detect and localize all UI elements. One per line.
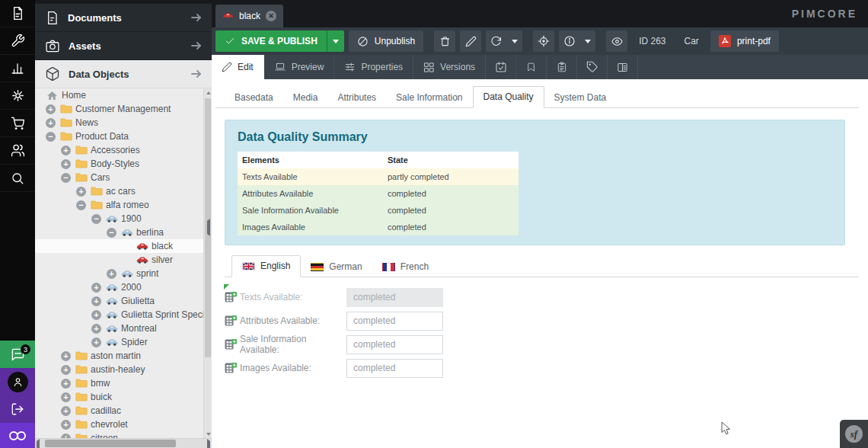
tree-expander-icon[interactable]: [91, 338, 101, 347]
tree-row[interactable]: 2000: [35, 280, 203, 294]
tree-row[interactable]: Customer Management: [35, 102, 203, 116]
tree-row[interactable]: 1900: [35, 212, 203, 226]
tree-expander-icon[interactable]: [61, 392, 71, 402]
tree-expander-icon[interactable]: [46, 104, 56, 114]
data-tab[interactable]: Data Quality: [473, 86, 544, 108]
data-tab[interactable]: Sale Information: [386, 88, 472, 108]
save-publish-button[interactable]: SAVE & PUBLISH: [215, 30, 344, 52]
accordion-documents[interactable]: Documents: [35, 4, 212, 32]
tree-row[interactable]: Cars: [35, 171, 203, 184]
panel-collapse-handle[interactable]: [207, 221, 210, 235]
rail-search-button[interactable]: [0, 165, 35, 192]
tree-expander-icon[interactable]: [61, 351, 71, 361]
tags-button[interactable]: [577, 55, 608, 79]
bookmark-button[interactable]: [516, 55, 547, 79]
reload-button[interactable]: [486, 30, 522, 52]
notes-events-button[interactable]: [547, 55, 577, 79]
tree-expander-icon[interactable]: [107, 269, 116, 279]
unpublish-button[interactable]: Unpublish: [349, 30, 423, 52]
rail-reports-button[interactable]: [0, 55, 35, 82]
tree-expander-icon[interactable]: [91, 296, 101, 306]
rail-ecommerce-button[interactable]: [0, 110, 35, 137]
tree-expander-icon[interactable]: [61, 365, 71, 375]
locate-in-tree-button[interactable]: [533, 30, 554, 52]
data-tab[interactable]: Attributes: [327, 88, 386, 108]
tree-expander-icon[interactable]: [61, 173, 71, 183]
info-dropdown-caret[interactable]: [579, 30, 595, 52]
symfony-debug-badge[interactable]: sf: [840, 420, 868, 448]
tree-expander-icon[interactable]: [61, 159, 71, 169]
tree-expander-icon[interactable]: [107, 228, 116, 238]
scroll-left-arrow[interactable]: [37, 441, 40, 448]
pimcore-infinity-logo[interactable]: [0, 423, 35, 448]
info-button[interactable]: [559, 30, 595, 52]
tree-row[interactable]: Montreal: [35, 322, 203, 335]
language-tab[interactable]: French: [372, 257, 439, 277]
quality-field-input[interactable]: completed: [346, 312, 443, 331]
rail-user-button[interactable]: [0, 368, 35, 395]
tree-expander-icon[interactable]: [61, 406, 71, 416]
open-preview-button[interactable]: [606, 30, 627, 52]
rename-button[interactable]: [460, 30, 481, 52]
rail-settings-button[interactable]: [0, 82, 35, 110]
tree-row[interactable]: sprint: [35, 267, 203, 280]
tree-row[interactable]: chevrolet: [35, 418, 203, 431]
language-tab[interactable]: English: [231, 255, 301, 277]
tree-row[interactable]: berlina: [35, 226, 203, 239]
data-tab[interactable]: System Data: [544, 88, 617, 108]
tree-row[interactable]: black: [35, 239, 203, 253]
tree-expander-icon[interactable]: [91, 310, 101, 320]
layout-button[interactable]: [608, 55, 638, 79]
rail-logout-button[interactable]: [0, 395, 35, 423]
print-pdf-button[interactable]: print-pdf: [710, 30, 779, 52]
scroll-up-arrow[interactable]: [204, 88, 212, 97]
tree-row[interactable]: austin-healey: [35, 363, 203, 376]
tree-row[interactable]: Body-Styles: [35, 157, 203, 171]
tree-expander-icon[interactable]: [46, 118, 56, 128]
tree-expander-icon[interactable]: [61, 420, 71, 430]
tree-expander-icon[interactable]: [61, 146, 71, 155]
tree-expander-icon[interactable]: [76, 187, 86, 197]
tab-preview[interactable]: Preview: [264, 55, 335, 79]
tree-row[interactable]: alfa romeo: [35, 198, 203, 212]
tree-expander-icon[interactable]: [91, 214, 101, 224]
tab-edit[interactable]: Edit: [212, 55, 264, 79]
rail-documents-button[interactable]: [0, 0, 35, 27]
quality-field-input[interactable]: completed: [346, 288, 443, 307]
tab-black[interactable]: black ✕: [215, 5, 283, 27]
close-icon[interactable]: ✕: [266, 11, 276, 21]
quality-field-input[interactable]: completed: [346, 335, 443, 354]
rail-customers-button[interactable]: [0, 137, 35, 165]
tree-row[interactable]: silver: [35, 253, 203, 267]
tree-row[interactable]: ac cars: [35, 184, 203, 198]
scrollbar-thumb[interactable]: [45, 440, 176, 447]
tree-row[interactable]: Product Data: [35, 130, 203, 143]
rail-notifications-button[interactable]: 3: [0, 341, 35, 368]
tree-row[interactable]: buick: [35, 390, 203, 404]
rail-tools-button[interactable]: [0, 27, 35, 55]
tree-row[interactable]: Accessories: [35, 143, 203, 157]
language-tab[interactable]: German: [301, 257, 372, 277]
tab-properties[interactable]: Properties: [334, 55, 413, 79]
tree-expander-icon[interactable]: [91, 283, 101, 293]
scroll-down-arrow[interactable]: [204, 430, 212, 438]
accordion-assets[interactable]: Assets: [35, 32, 212, 60]
data-tab[interactable]: Media: [283, 88, 328, 108]
tree-row[interactable]: Gulietta Sprint Special: [35, 308, 203, 322]
tree-row[interactable]: bmw: [35, 376, 203, 390]
tree-expander-icon[interactable]: [46, 132, 56, 142]
tree-row[interactable]: aston martin: [35, 349, 203, 363]
save-dropdown-caret[interactable]: [327, 30, 344, 52]
tree-row[interactable]: News: [35, 116, 203, 130]
tree-row[interactable]: Giulietta: [35, 294, 203, 308]
tree-horizontal-scrollbar[interactable]: [35, 438, 212, 448]
tree-expander-icon[interactable]: [91, 324, 101, 334]
tree-row[interactable]: Home: [35, 88, 203, 102]
tree-row[interactable]: citroen: [35, 431, 203, 438]
schedule-button[interactable]: [486, 55, 516, 79]
accordion-data-objects[interactable]: Data Objects: [35, 60, 212, 88]
tree-expander-icon[interactable]: [61, 379, 71, 389]
delete-button[interactable]: [434, 30, 455, 52]
tree-expander-icon[interactable]: [76, 200, 86, 210]
tree-vertical-scrollbar[interactable]: [203, 88, 212, 438]
